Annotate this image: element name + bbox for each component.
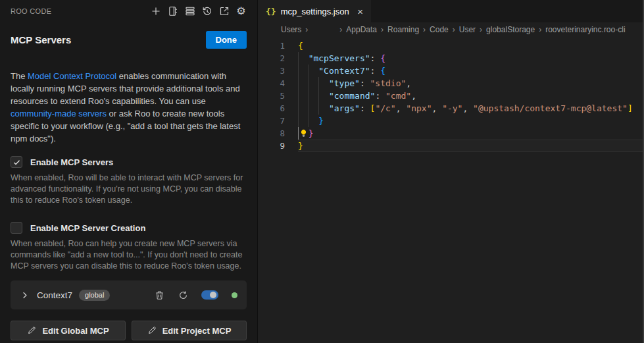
indent-guide bbox=[298, 77, 309, 90]
code-line: 7} bbox=[258, 115, 643, 127]
tab-filename: mcp_settings.json bbox=[281, 7, 349, 16]
code-token: } bbox=[298, 141, 303, 151]
edit-global-mcp-button[interactable]: Edit Global MCP bbox=[11, 321, 126, 340]
code-token: "Context7" bbox=[318, 66, 370, 76]
lightbulb-glyph bbox=[299, 129, 308, 138]
code-line-content[interactable]: } bbox=[298, 140, 643, 152]
plus-icon[interactable] bbox=[150, 6, 161, 17]
code-token: "mcpServers" bbox=[309, 53, 370, 63]
breadcrumb-separator: › bbox=[378, 25, 386, 34]
breadcrumb-separator: › bbox=[303, 25, 310, 34]
settings-icon[interactable]: ⚙ bbox=[235, 6, 247, 17]
code-token: "/c" bbox=[375, 103, 395, 113]
enable-mcp-server-creation-checkbox[interactable] bbox=[11, 222, 22, 234]
code-line: 9} bbox=[258, 140, 643, 152]
enable-mcp-server-creation-setting: Enable MCP Server Creation When enabled,… bbox=[11, 222, 247, 272]
enable-mcp-servers-setting: Enable MCP Servers When enabled, Roo wil… bbox=[11, 156, 247, 206]
line-number: 2 bbox=[258, 52, 285, 65]
enable-mcp-server-creation-label: Enable MCP Server Creation bbox=[30, 223, 145, 233]
page-title: MCP Servers bbox=[11, 34, 71, 45]
delete-server-icon[interactable] bbox=[154, 290, 164, 300]
server-row-context7[interactable]: Context7 global bbox=[11, 280, 247, 309]
code-line-content[interactable]: { bbox=[298, 40, 643, 52]
code-line: 1{ bbox=[258, 40, 643, 52]
indent-guide bbox=[318, 102, 329, 115]
code-token: , bbox=[406, 78, 411, 88]
server-actions bbox=[154, 290, 237, 300]
breadcrumb-item[interactable]: Users bbox=[280, 25, 303, 34]
indent-guide bbox=[309, 102, 319, 115]
intro-paragraph: The Model Context Protocol enables commu… bbox=[11, 70, 247, 145]
code-editor[interactable]: 1{2"mcpServers": {3"Context7": {4"type":… bbox=[258, 37, 643, 152]
code-token: "args" bbox=[329, 103, 360, 113]
code-line-content[interactable]: } bbox=[298, 115, 643, 127]
edit-project-mcp-button[interactable]: Edit Project MCP bbox=[132, 321, 247, 340]
tab-close-icon[interactable]: × bbox=[356, 6, 364, 17]
breadcrumb-item[interactable]: AppData bbox=[345, 25, 378, 34]
code-line-content[interactable]: "Context7": { bbox=[298, 65, 643, 77]
code-token: : bbox=[375, 91, 385, 101]
breadcrumb-separator: › bbox=[337, 25, 345, 34]
indent-guide bbox=[318, 90, 329, 102]
edit-global-mcp-label: Edit Global MCP bbox=[42, 326, 109, 336]
breadcrumb-item[interactable]: Roaming bbox=[386, 25, 420, 34]
code-token: : bbox=[360, 103, 370, 113]
code-token: { bbox=[380, 53, 385, 63]
indent-guide bbox=[309, 90, 319, 102]
server-scope-badge: global bbox=[79, 290, 110, 301]
community-made-servers-link[interactable]: community-made servers bbox=[11, 109, 107, 119]
indent-guide bbox=[309, 65, 319, 77]
breadcrumb-item[interactable]: User bbox=[458, 25, 477, 34]
indent-guide bbox=[298, 52, 309, 65]
extension-title: ROO CODE bbox=[11, 7, 51, 15]
breadcrumb-separator: › bbox=[450, 25, 458, 34]
prompts-icon[interactable] bbox=[167, 6, 178, 17]
model-context-protocol-link[interactable]: Model Context Protocol bbox=[28, 71, 116, 81]
expand-chevron-icon[interactable] bbox=[20, 290, 30, 300]
lightbulb-icon[interactable] bbox=[298, 127, 309, 140]
toggle-knob bbox=[210, 292, 216, 298]
history-icon[interactable] bbox=[201, 6, 212, 17]
code-line-content[interactable]: "args": ["/c", "npx", "-y", "@upstash/co… bbox=[298, 102, 643, 115]
code-token: "stdio" bbox=[370, 78, 407, 88]
code-line: 6"args": ["/c", "npx", "-y", "@upstash/c… bbox=[258, 102, 643, 115]
code-line: 2"mcpServers": { bbox=[258, 52, 643, 65]
code-line-content[interactable]: "mcpServers": { bbox=[298, 52, 643, 65]
line-number: 3 bbox=[258, 65, 285, 77]
restart-server-icon[interactable] bbox=[178, 290, 188, 300]
breadcrumb-item[interactable]: Code bbox=[428, 25, 450, 34]
breadcrumb-item[interactable]: rooveterinaryinc.roo-cli bbox=[544, 25, 626, 34]
roo-code-sidebar: ROO CODE ⚙ bbox=[0, 0, 257, 343]
breadcrumb: Users››AppData›Roaming›Code›User›globalS… bbox=[258, 22, 643, 37]
page-header: MCP Servers Done bbox=[11, 30, 247, 49]
code-token: "cmd" bbox=[385, 91, 411, 101]
code-token: "@upstash/context7-mcp@latest" bbox=[473, 103, 628, 113]
open-in-editor-icon[interactable] bbox=[218, 6, 230, 17]
code-token: "-y" bbox=[442, 103, 462, 113]
enable-mcp-servers-description: When enabled, Roo will be able to intera… bbox=[11, 172, 247, 206]
enable-mcp-servers-checkbox[interactable] bbox=[11, 156, 22, 168]
line-number: 1 bbox=[258, 40, 285, 52]
line-number: 9 bbox=[258, 140, 285, 152]
mcp-servers-icon[interactable] bbox=[184, 6, 195, 17]
server-enabled-toggle[interactable] bbox=[201, 290, 218, 300]
code-token: "type" bbox=[329, 78, 360, 88]
code-line: 8} bbox=[258, 127, 643, 140]
topbar-icons: ⚙ bbox=[150, 6, 247, 17]
done-button[interactable]: Done bbox=[206, 31, 247, 49]
editor-group: {} mcp_settings.json × Users››AppData›Ro… bbox=[257, 0, 644, 343]
code-line-content[interactable]: } bbox=[298, 127, 643, 140]
breadcrumb-item[interactable]: globalStorage bbox=[485, 25, 536, 34]
code-line-content[interactable]: "type": "stdio", bbox=[298, 77, 643, 90]
code-line: 5"command": "cmd", bbox=[258, 90, 643, 102]
server-status-dot bbox=[232, 292, 237, 298]
server-name: Context7 bbox=[37, 290, 72, 300]
edit-mcp-buttons: Edit Global MCP Edit Project MCP bbox=[11, 321, 247, 340]
line-number: 5 bbox=[258, 90, 285, 102]
pencil-icon bbox=[147, 326, 157, 335]
tab-mcp-settings-json[interactable]: {} mcp_settings.json × bbox=[258, 0, 371, 22]
line-number: 8 bbox=[258, 127, 285, 140]
code-token: , bbox=[432, 103, 442, 113]
breadcrumb-separator: › bbox=[536, 25, 544, 34]
code-line-content[interactable]: "command": "cmd", bbox=[298, 90, 643, 102]
